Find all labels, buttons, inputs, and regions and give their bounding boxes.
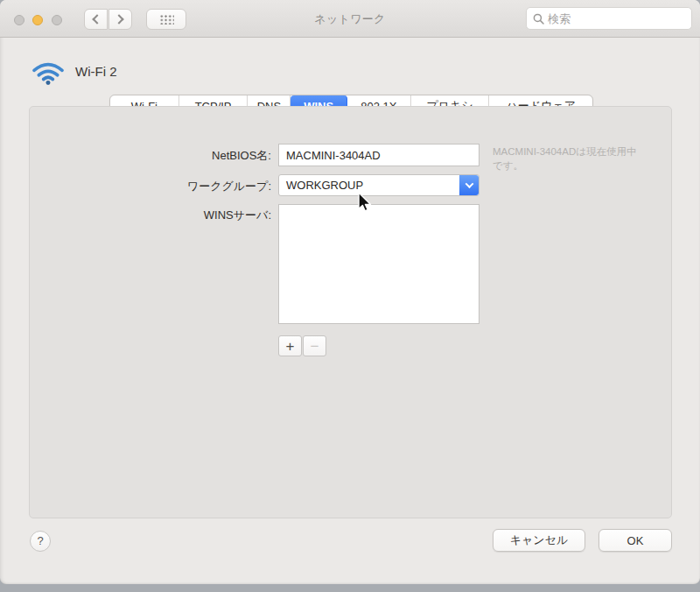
wifi-icon bbox=[32, 56, 65, 86]
remove-server-button: − bbox=[303, 335, 326, 356]
network-preferences-window: ネットワーク Wi-Fi 2 Wi-Fi TCP/IP DNS WINS 802… bbox=[0, 0, 700, 584]
connection-name: Wi-Fi 2 bbox=[75, 64, 117, 79]
add-server-button[interactable]: + bbox=[278, 335, 302, 356]
ok-button[interactable]: OK bbox=[598, 529, 672, 552]
netbios-name-label: NetBIOS名: bbox=[52, 148, 271, 164]
workgroup-label: ワークグループ: bbox=[52, 179, 271, 194]
wins-servers-label: WINSサーバ: bbox=[52, 208, 271, 223]
search-input[interactable] bbox=[548, 12, 685, 25]
workgroup-value: WORKGROUP bbox=[279, 179, 459, 192]
search-field[interactable] bbox=[526, 7, 692, 30]
workgroup-dropdown-button[interactable] bbox=[459, 175, 479, 195]
netbios-helper-text: MACMINI-3404ADは現在使用中です。 bbox=[493, 144, 643, 173]
cancel-button[interactable]: キャンセル bbox=[493, 529, 585, 552]
wins-servers-list[interactable] bbox=[278, 204, 480, 324]
title-bar: ネットワーク bbox=[0, 0, 700, 38]
workgroup-combobox[interactable]: WORKGROUP bbox=[278, 174, 480, 196]
search-icon bbox=[533, 13, 544, 25]
connection-header: Wi-Fi 2 bbox=[32, 56, 117, 86]
netbios-name-input[interactable] bbox=[278, 144, 480, 166]
chevron-down-icon bbox=[465, 180, 473, 188]
help-button[interactable]: ? bbox=[30, 531, 51, 552]
